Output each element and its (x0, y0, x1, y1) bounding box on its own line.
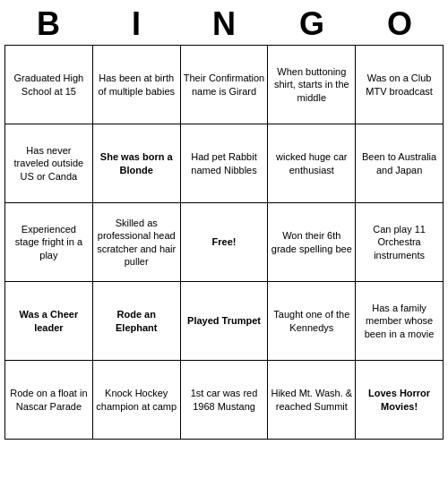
cell-r2-c0: Experienced stage fright in a play (5, 203, 93, 282)
cell-r1-c2: Had pet Rabbit named Nibbles (180, 124, 268, 203)
cell-r3-c4: Has a family member whose been in a movi… (356, 282, 444, 361)
cell-r1-c0: Has never traveled outside US or Canda (5, 124, 93, 203)
cell-r2-c2: Free! (180, 203, 268, 282)
letter-i: I (109, 5, 163, 43)
bingo-grid: Graduated High School at 15Has been at b… (4, 45, 444, 440)
cell-r3-c3: Taught one of the Kennedys (268, 282, 356, 361)
cell-r4-c3: Hiked Mt. Wash. & reached Summit (268, 361, 356, 440)
cell-r2-c4: Can play 11 Orchestra instruments (356, 203, 444, 282)
cell-r3-c2: Played Trumpet (180, 282, 268, 361)
cell-r2-c1: Skilled as professional head scratcher a… (92, 203, 180, 282)
letter-o: O (373, 5, 426, 43)
cell-r0-c0: Graduated High School at 15 (5, 46, 93, 124)
cell-r4-c0: Rode on a float in Nascar Parade (5, 361, 93, 440)
cell-r4-c2: 1st car was red 1968 Mustang (180, 361, 268, 440)
cell-r3-c0: Was a Cheer leader (5, 282, 93, 361)
bingo-title-row: B I N G O (4, 0, 444, 45)
letter-n: N (197, 5, 251, 43)
cell-r3-c1: Rode an Elephant (92, 282, 180, 361)
cell-r0-c3: When buttoning shirt, starts in the midd… (268, 46, 356, 124)
cell-r1-c3: wicked huge car enthusiast (268, 124, 356, 203)
letter-g: G (285, 5, 339, 43)
cell-r4-c1: Knock Hockey champion at camp (92, 361, 180, 440)
cell-r0-c2: Their Confirmation name is Girard (180, 46, 268, 124)
cell-r1-c1: She was born a Blonde (92, 124, 180, 203)
cell-r4-c4: Loves Horror Movies! (356, 361, 444, 440)
cell-r0-c4: Was on a Club MTV broadcast (356, 46, 444, 124)
cell-r2-c3: Won their 6th grade spelling bee (268, 203, 356, 282)
cell-r1-c4: Been to Australia and Japan (356, 124, 444, 203)
cell-r0-c1: Has been at birth of multiple babies (92, 46, 180, 124)
letter-b: B (22, 5, 75, 43)
